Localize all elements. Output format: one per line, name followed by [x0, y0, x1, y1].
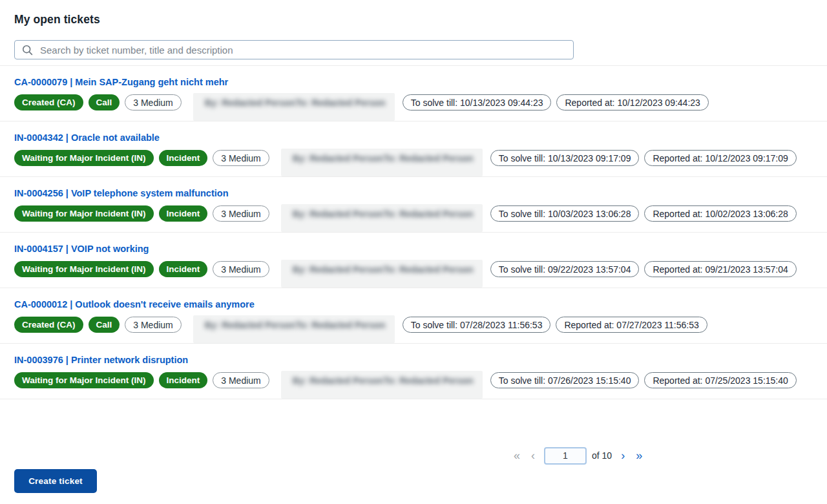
redacted-to: To: Redacted Person: [384, 375, 474, 386]
ticket-badges: Waiting for Major Incident (IN) Incident…: [14, 150, 813, 166]
ticket-title: Printer network disruption: [71, 355, 188, 365]
redacted-to: To: Redacted Person: [384, 264, 474, 275]
pagination-last-button[interactable]: »: [633, 447, 645, 464]
ticket-title-separator: |: [63, 188, 71, 198]
ticket-title-link[interactable]: IN-0003976 | Printer network disruption: [14, 355, 188, 365]
status-badge: Created (CA): [14, 317, 83, 333]
search-box[interactable]: [14, 40, 574, 59]
ticket-id: CA-0000079: [14, 77, 67, 87]
redacted-by: By: Redacted Person: [205, 98, 296, 108]
ticket-id: IN-0003976: [14, 355, 63, 365]
ticket-id: IN-0004342: [14, 132, 63, 143]
type-badge: Incident: [159, 150, 208, 166]
reported-at-badge: Reported at: 10/12/2023 09:44:23: [556, 94, 708, 110]
redacted-names: By: Redacted Person To: Redacted Person: [281, 261, 483, 277]
to-solve-badge: To solve till: 09/22/2023 13:57:04: [490, 261, 640, 277]
to-solve-badge: To solve till: 10/13/2023 09:17:09: [490, 150, 640, 166]
status-badge: Waiting for Major Incident (IN): [14, 372, 154, 388]
ticket-title-separator: |: [63, 132, 71, 143]
priority-badge: 3 Medium: [213, 150, 269, 166]
to-solve-badge: To solve till: 10/13/2023 09:44:23: [403, 94, 552, 110]
ticket-title-separator: |: [67, 77, 75, 87]
redacted-to: To: Redacted Person: [384, 153, 474, 163]
status-badge: Waiting for Major Incident (IN): [14, 205, 154, 222]
status-badge: Waiting for Major Incident (IN): [14, 150, 154, 166]
ticket-title-link[interactable]: IN-0004256 | VoIP telephone system malfu…: [14, 189, 229, 198]
reported-at-badge: Reported at: 09/21/2023 13:57:04: [644, 261, 796, 277]
ticket-title-link[interactable]: CA-0000079 | Mein SAP-Zugang geht nicht …: [14, 78, 228, 87]
redacted-by: By: Redacted Person: [293, 153, 384, 163]
ticket-title-link[interactable]: CA-0000012 | Outlook doesn't receive ema…: [14, 300, 255, 310]
pagination-total-label: of 10: [592, 450, 612, 461]
ticket-id: CA-0000012: [14, 299, 67, 310]
pagination-page-input[interactable]: [544, 447, 587, 465]
ticket-badges: Waiting for Major Incident (IN) Incident…: [14, 261, 813, 277]
status-badge: Created (CA): [14, 94, 83, 110]
redacted-by: By: Redacted Person: [293, 209, 384, 219]
reported-at-badge: Reported at: 07/25/2023 15:15:40: [644, 372, 796, 388]
type-badge: Incident: [159, 261, 208, 277]
ticket-title: Oracle not available: [71, 132, 160, 143]
redacted-to: To: Redacted Person: [296, 320, 386, 330]
ticket-badges: Waiting for Major Incident (IN) Incident…: [14, 372, 813, 388]
type-badge: Incident: [159, 205, 208, 222]
redacted-by: By: Redacted Person: [205, 320, 296, 330]
redacted-names: By: Redacted Person To: Redacted Person: [281, 205, 483, 222]
ticket-row: IN-0004256 | VoIP telephone system malfu…: [0, 177, 827, 233]
ticket-row: IN-0003976 | Printer network disruption …: [0, 344, 827, 399]
search-icon: [22, 45, 33, 56]
ticket-title-separator: |: [67, 299, 75, 310]
to-solve-badge: To solve till: 07/28/2023 11:56:53: [403, 317, 551, 333]
redacted-names: By: Redacted Person To: Redacted Person: [193, 317, 395, 333]
priority-badge: 3 Medium: [125, 94, 181, 110]
ticket-title-link[interactable]: IN-0004157 | VOIP not working: [14, 244, 149, 254]
redacted-names: By: Redacted Person To: Redacted Person: [281, 372, 483, 388]
priority-badge: 3 Medium: [213, 205, 269, 222]
ticket-title-separator: |: [63, 244, 71, 254]
redacted-to: To: Redacted Person: [296, 98, 386, 108]
type-badge: Incident: [159, 372, 208, 388]
ticket-title: VOIP not working: [71, 244, 149, 254]
reported-at-badge: Reported at: 10/12/2023 09:17:09: [644, 150, 796, 166]
redacted-by: By: Redacted Person: [293, 264, 384, 275]
pagination: « ‹ of 10 › »: [511, 446, 645, 465]
status-badge: Waiting for Major Incident (IN): [14, 261, 154, 277]
ticket-row: CA-0000012 | Outlook doesn't receive ema…: [0, 288, 827, 344]
pagination-first-button[interactable]: «: [511, 447, 523, 464]
ticket-id: IN-0004157: [14, 244, 63, 254]
redacted-by: By: Redacted Person: [293, 375, 384, 386]
ticket-row: CA-0000079 | Mein SAP-Zugang geht nicht …: [0, 66, 827, 121]
pagination-prev-button[interactable]: ‹: [529, 447, 538, 464]
to-solve-badge: To solve till: 10/03/2023 13:06:28: [490, 205, 640, 222]
ticket-id: IN-0004256: [14, 188, 63, 198]
ticket-title: Outlook doesn't receive emails anymore: [75, 299, 254, 310]
ticket-title: VoIP telephone system malfunction: [71, 188, 229, 198]
ticket-title-link[interactable]: IN-0004342 | Oracle not available: [14, 133, 160, 143]
ticket-row: IN-0004342 | Oracle not available Waitin…: [0, 121, 827, 177]
reported-at-badge: Reported at: 10/02/2023 13:06:28: [644, 205, 796, 222]
type-badge: Call: [89, 94, 120, 110]
type-badge: Call: [89, 317, 120, 333]
ticket-row: IN-0004157 | VOIP not working Waiting fo…: [0, 233, 827, 288]
redacted-names: By: Redacted Person To: Redacted Person: [193, 94, 395, 110]
priority-badge: 3 Medium: [213, 261, 269, 277]
ticket-badges: Created (CA) Call 3 Medium By: Redacted …: [14, 94, 813, 110]
ticket-title: Mein SAP-Zugang geht nicht mehr: [75, 77, 228, 87]
redacted-to: To: Redacted Person: [384, 209, 474, 219]
create-ticket-button[interactable]: Create ticket: [14, 469, 97, 493]
search-input[interactable]: [40, 45, 566, 56]
ticket-title-separator: |: [63, 355, 71, 365]
pagination-next-button[interactable]: ›: [618, 447, 627, 464]
reported-at-badge: Reported at: 07/27/2023 11:56:53: [556, 317, 707, 333]
priority-badge: 3 Medium: [125, 317, 181, 333]
page-title: My open tickets: [14, 13, 827, 26]
ticket-badges: Created (CA) Call 3 Medium By: Redacted …: [14, 317, 813, 333]
ticket-list: CA-0000079 | Mein SAP-Zugang geht nicht …: [0, 66, 827, 399]
page-header: My open tickets: [0, 0, 827, 66]
priority-badge: 3 Medium: [213, 372, 269, 388]
ticket-badges: Waiting for Major Incident (IN) Incident…: [14, 205, 813, 222]
redacted-names: By: Redacted Person To: Redacted Person: [281, 150, 483, 166]
to-solve-badge: To solve till: 07/26/2023 15:15:40: [490, 372, 640, 388]
